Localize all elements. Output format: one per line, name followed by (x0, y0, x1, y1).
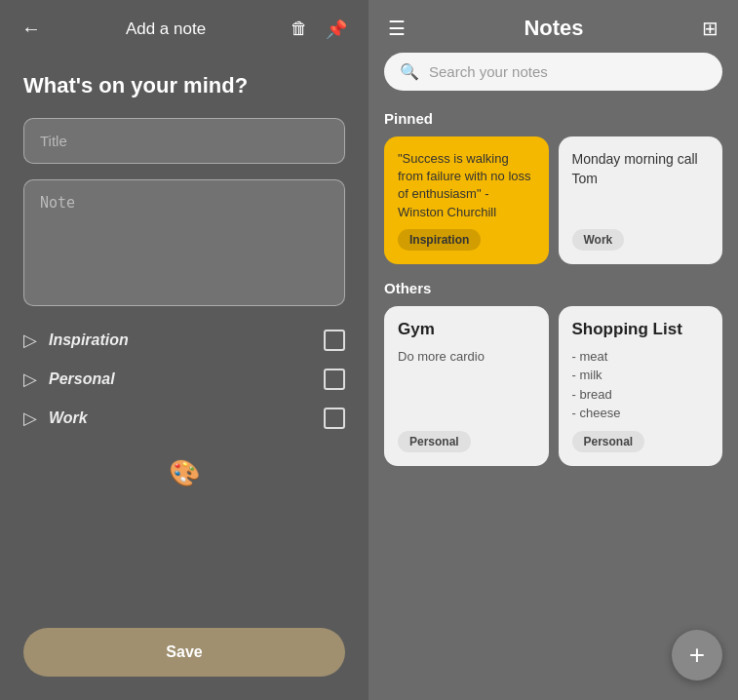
notes-title: Notes (524, 16, 583, 41)
notes-list: Pinned "Success is walking from failure … (369, 102, 738, 700)
note-tag-chip-inspiration[interactable]: Inspiration (398, 229, 481, 251)
shopping-note-tag[interactable]: Personal (572, 431, 645, 452)
left-header: ← Add a note 🗑 📌 (0, 0, 369, 54)
gym-note-title: Gym (398, 320, 535, 339)
grid-view-button[interactable]: ⊞ (702, 17, 719, 40)
back-button[interactable]: ← (19, 16, 43, 42)
note-card-quote-text: "Success is walking from failure with no… (398, 150, 535, 221)
save-button[interactable]: Save (23, 628, 345, 677)
add-note-fab[interactable]: + (672, 630, 722, 681)
search-input[interactable] (429, 63, 707, 80)
tags-list: ▷ Inspiration ▷ Personal ▷ Work (23, 326, 345, 433)
note-card-call[interactable]: Monday morning call Tom Work (559, 136, 723, 264)
search-container: 🔍 (369, 53, 738, 102)
tag-row-personal: ▷ Personal (23, 365, 345, 394)
tag-checkbox-inspiration[interactable] (324, 330, 345, 351)
note-card-quote[interactable]: "Success is walking from failure with no… (384, 136, 549, 264)
tag-icon-work: ▷ (23, 408, 37, 429)
tag-row-work: ▷ Work (23, 404, 345, 433)
note-card-gym[interactable]: Gym Do more cardio Personal (384, 306, 549, 466)
hamburger-button[interactable]: ☰ (388, 17, 406, 40)
pinned-notes-row: "Success is walking from failure with no… (384, 136, 722, 264)
search-icon: 🔍 (400, 62, 419, 81)
note-card-call-text: Monday morning call Tom (572, 150, 710, 221)
notes-panel: ☰ Notes ⊞ 🔍 Pinned "Success is walking f… (369, 0, 738, 700)
tag-icon-inspiration: ▷ (23, 330, 37, 351)
tag-icon-personal: ▷ (23, 369, 37, 390)
other-notes-row: Gym Do more cardio Personal Shopping Lis… (384, 306, 722, 466)
form-heading: What's on your mind? (23, 73, 345, 98)
color-picker-button[interactable]: 🎨 (169, 458, 200, 488)
gym-note-tag[interactable]: Personal (398, 431, 471, 452)
header-actions: 🗑 📌 (289, 17, 349, 42)
notes-header: ☰ Notes ⊞ (369, 0, 738, 53)
note-tag-chip-work[interactable]: Work (572, 229, 625, 251)
search-bar: 🔍 (384, 53, 722, 91)
title-input[interactable] (23, 118, 345, 164)
gym-note-body: Do more cardio (398, 347, 535, 423)
note-card-shopping[interactable]: Shopping List - meat - milk - bread - ch… (559, 306, 723, 466)
tag-label-inspiration: Inspiration (49, 331, 129, 349)
note-input[interactable] (23, 179, 345, 306)
tag-label-work: Work (49, 409, 88, 427)
tag-row-inspiration: ▷ Inspiration (23, 326, 345, 355)
tag-checkbox-work[interactable] (324, 408, 345, 429)
add-note-panel: ← Add a note 🗑 📌 What's on your mind? ▷ … (0, 0, 369, 700)
tag-label-personal: Personal (49, 370, 115, 388)
delete-button[interactable]: 🗑 (289, 17, 310, 41)
shopping-note-title: Shopping List (572, 320, 710, 339)
note-form: What's on your mind? ▷ Inspiration ▷ Per… (0, 54, 369, 628)
pinned-section-label: Pinned (384, 110, 722, 127)
add-note-title: Add a note (126, 19, 206, 39)
pin-button[interactable]: 📌 (324, 17, 349, 42)
tag-checkbox-personal[interactable] (324, 369, 345, 390)
others-section-label: Others (384, 280, 722, 296)
shopping-note-body: - meat - milk - bread - cheese (572, 347, 710, 423)
